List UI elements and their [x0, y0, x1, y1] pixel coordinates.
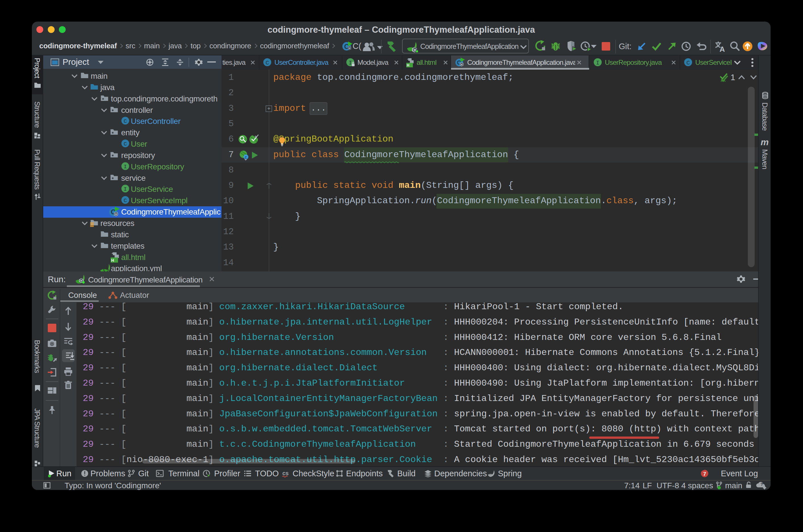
svg-text:C: C — [266, 60, 269, 66]
svg-text:C: C — [124, 141, 127, 147]
svg-text:I: I — [596, 60, 599, 66]
svg-text:H: H — [407, 63, 409, 68]
svg-text:7: 7 — [703, 471, 706, 477]
svg-text:A: A — [720, 45, 725, 52]
svg-text:H: H — [111, 258, 114, 263]
svg-text:C: C — [686, 60, 690, 66]
svg-text:C: C — [124, 197, 127, 204]
svg-text:C: C — [124, 118, 127, 125]
svg-text:I: I — [124, 164, 127, 170]
svg-text:?: ? — [760, 482, 763, 487]
svg-text:I: I — [349, 60, 352, 66]
svg-text:c: c — [245, 155, 247, 160]
svg-text:I: I — [124, 186, 127, 192]
svg-text:cs: cs — [282, 470, 288, 476]
